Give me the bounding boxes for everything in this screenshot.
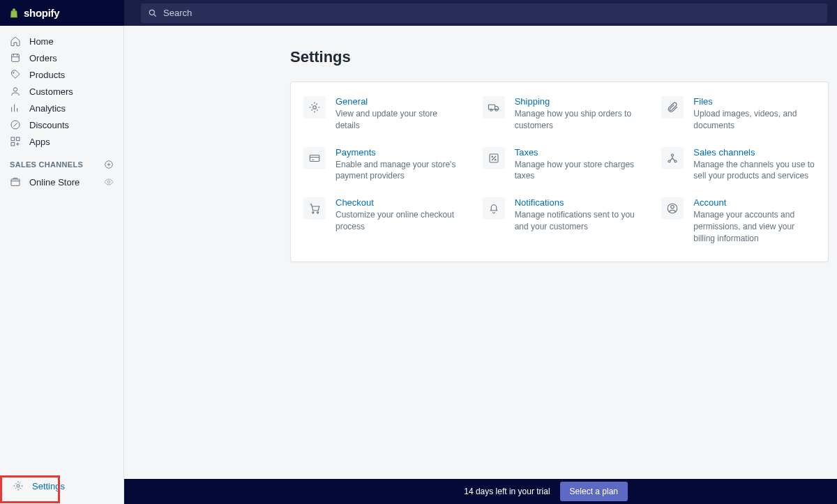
tile-desc: View and update your store details: [335, 108, 458, 132]
tile-title: Files: [693, 96, 815, 107]
search-box[interactable]: [141, 3, 827, 23]
tile-desc: Manage how you ship orders to customers: [515, 108, 637, 132]
svg-rect-6: [11, 137, 15, 141]
svg-line-1: [154, 14, 156, 16]
add-channel-icon[interactable]: [104, 160, 114, 169]
settings-grid: GeneralView and update your store detail…: [291, 96, 828, 245]
nav-home[interactable]: Home: [0, 33, 123, 49]
shopify-bag-icon: [8, 7, 20, 20]
trial-text: 14 days left in your trial: [464, 487, 550, 496]
svg-rect-8: [11, 142, 15, 146]
topbar: shopify: [0, 0, 837, 26]
settings-tile-taxes[interactable]: TaxesManage how your store charges taxes: [470, 147, 649, 183]
settings-tile-files[interactable]: FilesUpload images, videos, and document…: [649, 96, 828, 132]
nav-label: Discounts: [29, 120, 69, 130]
logo[interactable]: shopify: [0, 0, 124, 26]
channel-online-store[interactable]: Online Store: [0, 174, 123, 190]
svg-point-0: [149, 10, 154, 15]
settings-tile-notifications[interactable]: NotificationsManage notifications sent t…: [470, 197, 649, 244]
tile-desc: Customize your online checkout process: [335, 209, 458, 233]
analytics-icon: [10, 102, 21, 114]
main-content: Settings GeneralView and update your sto…: [124, 26, 837, 479]
products-icon: [10, 69, 21, 80]
section-label: SALES CHANNELS: [10, 160, 83, 169]
nav-products[interactable]: Products: [0, 66, 123, 83]
orders-icon: [10, 52, 21, 63]
tile-title: Notifications: [515, 197, 637, 208]
nav-apps[interactable]: Apps: [0, 133, 123, 150]
nav-analytics[interactable]: Analytics: [0, 100, 123, 116]
tile-desc: Manage the channels you use to sell your…: [693, 159, 815, 183]
svg-point-4: [13, 88, 17, 91]
bottom-nav: Settings: [0, 473, 123, 504]
settings-card: GeneralView and update your store detail…: [290, 82, 829, 262]
trial-bar: 14 days left in your trial Select a plan: [124, 479, 837, 504]
store-icon: [10, 176, 21, 188]
customers-icon: [10, 86, 21, 97]
select-plan-button[interactable]: Select a plan: [560, 482, 628, 501]
search-icon: [148, 8, 158, 18]
discounts-icon: [10, 119, 21, 130]
nav-label: Orders: [29, 53, 57, 63]
gear-icon: [13, 480, 24, 491]
tile-title: Shipping: [515, 96, 637, 107]
svg-point-11: [107, 181, 110, 183]
home-icon: [10, 36, 21, 47]
nav-label: Customers: [29, 86, 73, 97]
settings-tile-checkout[interactable]: CheckoutCustomize your online checkout p…: [291, 197, 470, 244]
tile-title: General: [335, 96, 458, 107]
nav-label: Analytics: [29, 103, 66, 114]
view-store-icon[interactable]: [104, 177, 114, 187]
svg-point-3: [13, 72, 15, 74]
tile-title: Payments: [335, 147, 458, 158]
sidebar: Home Orders Products Customers Analytics…: [0, 26, 124, 504]
primary-nav: Home Orders Products Customers Analytics…: [0, 26, 123, 150]
nav-label: Apps: [29, 137, 50, 147]
settings-tile-payments[interactable]: PaymentsEnable and manage your store's p…: [291, 147, 470, 183]
svg-rect-10: [11, 179, 20, 185]
cart-icon: [303, 197, 326, 220]
tile-title: Sales channels: [693, 147, 815, 158]
user-icon: [661, 197, 684, 220]
tile-title: Checkout: [335, 197, 458, 208]
sales-channels-header: SALES CHANNELS: [0, 150, 123, 174]
nav-label: Home: [29, 36, 54, 47]
settings-tile-account[interactable]: AccountManage your accounts and permissi…: [649, 197, 828, 244]
nav-label: Products: [29, 70, 65, 80]
tile-desc: Manage notifications sent to you and you…: [515, 209, 637, 233]
clip-icon: [661, 96, 684, 119]
settings-label: Settings: [32, 481, 65, 491]
settings-tile-sales-channels[interactable]: Sales channelsManage the channels you us…: [649, 147, 828, 183]
tile-desc: Manage your accounts and permissions, an…: [693, 209, 815, 244]
channels-icon: [661, 147, 684, 169]
tile-desc: Enable and manage your store's payment p…: [335, 159, 458, 183]
settings-tile-shipping[interactable]: ShippingManage how you ship orders to cu…: [470, 96, 649, 132]
search-container: [124, 1, 837, 26]
gear-icon: [303, 96, 326, 119]
bell-icon: [483, 197, 505, 220]
nav-label: Online Store: [29, 177, 80, 188]
nav-discounts[interactable]: Discounts: [0, 116, 123, 133]
page-title: Settings: [290, 48, 829, 66]
svg-rect-7: [16, 137, 20, 141]
tile-desc: Manage how your store charges taxes: [515, 159, 637, 183]
svg-point-12: [17, 484, 20, 487]
nav-customers[interactable]: Customers: [0, 83, 123, 100]
settings-tile-general[interactable]: GeneralView and update your store detail…: [291, 96, 470, 132]
nav-orders[interactable]: Orders: [0, 49, 123, 66]
nav-settings[interactable]: Settings: [3, 476, 121, 496]
search-input[interactable]: [163, 8, 820, 18]
percent-icon: [483, 147, 505, 169]
brand-name: shopify: [24, 7, 59, 19]
svg-rect-2: [12, 54, 20, 62]
truck-icon: [483, 96, 505, 119]
card-icon: [303, 147, 326, 169]
tile-desc: Upload images, videos, and documents: [693, 108, 815, 132]
tile-title: Taxes: [515, 147, 637, 158]
tile-title: Account: [693, 197, 815, 208]
apps-icon: [10, 136, 21, 147]
